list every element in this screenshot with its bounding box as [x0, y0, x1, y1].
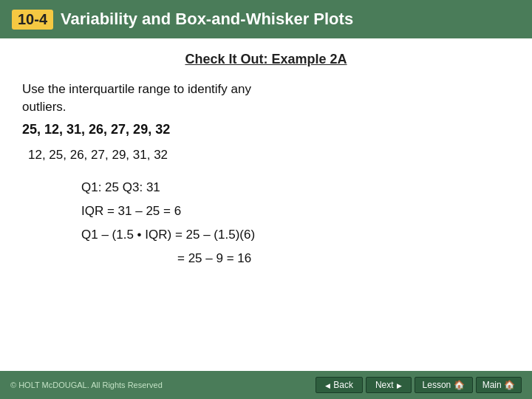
- solution-line4: = 25 – 9 = 16: [81, 247, 510, 270]
- solution-line3: Q1 – (1.5 • IQR) = 25 – (1.5)(6): [81, 223, 510, 247]
- main-button[interactable]: Main 🏠: [476, 377, 522, 393]
- problem-line1: Use the interquartile range to identify …: [22, 82, 251, 96]
- back-label: Back: [333, 380, 353, 390]
- copyright-text: © HOLT McDOUGAL. All Rights Reserved: [10, 381, 163, 389]
- back-arrow-icon: [325, 380, 330, 390]
- problem-line2: outliers.: [22, 100, 66, 114]
- lesson-number: 10-4: [12, 10, 53, 30]
- main-home-icon: 🏠: [504, 380, 515, 390]
- main-label: Main: [482, 380, 502, 390]
- footer-bar: © HOLT McDOUGAL. All Rights Reserved Bac…: [0, 371, 532, 399]
- lesson-home-icon: 🏠: [454, 380, 465, 390]
- sorted-set: 12, 25, 26, 27, 29, 31, 32: [22, 148, 510, 163]
- section-subtitle: Check It Out: Example 2A: [22, 52, 510, 67]
- solution-line2: IQR = 31 – 25 = 6: [81, 200, 510, 223]
- solution-block: Q1: 25 Q3: 31 IQR = 31 – 25 = 6 Q1 – (1.…: [22, 176, 510, 271]
- main-content: Check It Out: Example 2A Use the interqu…: [0, 38, 532, 279]
- problem-description: Use the interquartile range to identify …: [22, 81, 510, 116]
- header-bar: 10-4 Variability and Box-and-Whisker Plo…: [0, 0, 532, 38]
- next-label: Next: [375, 380, 394, 390]
- solution-line1: Q1: 25 Q3: 31: [81, 176, 510, 200]
- nav-buttons: Back Next Lesson 🏠 Main 🏠: [316, 377, 522, 393]
- next-arrow-icon: [397, 380, 402, 390]
- lesson-button[interactable]: Lesson 🏠: [415, 377, 473, 393]
- next-button[interactable]: Next: [366, 377, 412, 393]
- back-button[interactable]: Back: [316, 377, 363, 393]
- lesson-label: Lesson: [423, 380, 451, 390]
- lesson-title: Variability and Box-and-Whisker Plots: [61, 10, 353, 29]
- data-set: 25, 12, 31, 26, 27, 29, 32: [22, 122, 510, 137]
